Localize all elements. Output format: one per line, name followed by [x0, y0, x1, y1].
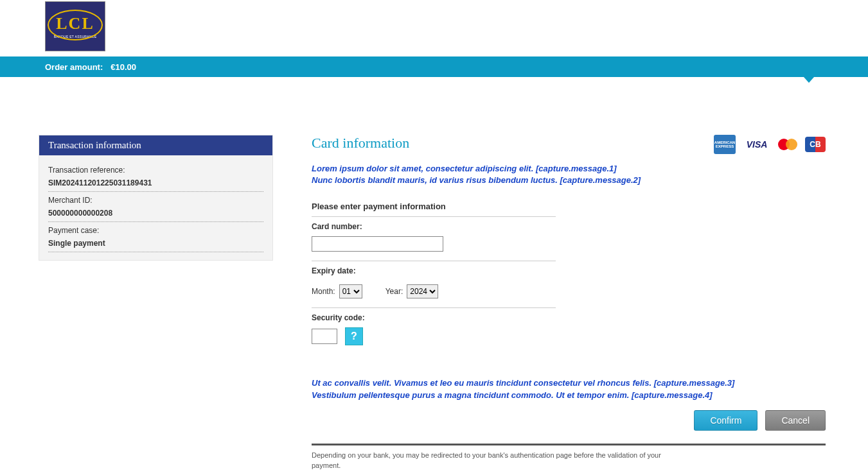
- expiry-label: Expiry date:: [312, 266, 556, 275]
- cancel-button[interactable]: Cancel: [765, 410, 826, 431]
- payment-case-row: Payment case: Single payment: [48, 222, 263, 252]
- security-code-input[interactable]: [312, 329, 337, 344]
- logo-subtext: BANQUE ET ASSURANCE: [54, 35, 97, 39]
- pointer-icon: [804, 77, 814, 83]
- merchant-id-row: Merchant ID: 500000000000208: [48, 192, 263, 222]
- merchant-logo: LCL BANQUE ET ASSURANCE: [45, 1, 105, 51]
- payment-case-label: Payment case:: [48, 226, 263, 235]
- merchant-id-label: Merchant ID:: [48, 196, 263, 205]
- transaction-reference-row: Transaction reference: SIM20241120122503…: [48, 162, 263, 192]
- bank-redirect-note: Depending on your bank, you may be redir…: [312, 451, 671, 471]
- order-amount-value: €10.00: [111, 62, 136, 72]
- cb-icon: CB: [805, 137, 826, 152]
- amex-icon: AMERICANEXPRESS: [714, 135, 736, 154]
- year-label: Year:: [385, 287, 403, 296]
- mastercard-icon: [778, 137, 797, 151]
- transaction-info-title: Transaction information: [39, 135, 272, 155]
- security-code-label: Security code:: [312, 313, 556, 322]
- transaction-reference-value: SIM202411201225031189431: [48, 178, 263, 187]
- month-label: Month:: [312, 287, 335, 296]
- capture-message-3: Ut ac convallis velit. Vivamus et leo eu…: [312, 377, 826, 389]
- transaction-reference-label: Transaction reference:: [48, 166, 263, 175]
- payment-case-value: Single payment: [48, 239, 263, 248]
- visa-icon: VISA: [743, 137, 770, 151]
- month-select[interactable]: 01: [339, 284, 362, 298]
- capture-message-1: Lorem ipsum dolor sit amet, consectetur …: [312, 163, 826, 175]
- card-number-input[interactable]: [312, 236, 443, 252]
- order-amount-bar: Order amount: €10.00: [0, 56, 868, 77]
- card-info-title: Card information: [312, 135, 409, 151]
- divider: [312, 444, 826, 445]
- enter-info-heading: Please enter payment information: [312, 202, 826, 211]
- order-amount-label: Order amount:: [45, 62, 103, 72]
- capture-message-2: Nunc lobortis blandit mauris, id varius …: [312, 175, 826, 186]
- logo-text: LCL: [56, 14, 94, 33]
- security-help-button[interactable]: ?: [345, 327, 363, 345]
- merchant-id-value: 500000000000208: [48, 209, 263, 218]
- card-brand-row: AMERICANEXPRESS VISA CB: [714, 135, 826, 154]
- capture-message-4: Vestibulum pellentesque purus a magna ti…: [312, 390, 826, 401]
- card-number-label: Card number:: [312, 222, 556, 231]
- transaction-info-panel: Transaction information Transaction refe…: [39, 135, 273, 261]
- confirm-button[interactable]: Confirm: [694, 410, 757, 431]
- year-select[interactable]: 2024: [407, 284, 438, 298]
